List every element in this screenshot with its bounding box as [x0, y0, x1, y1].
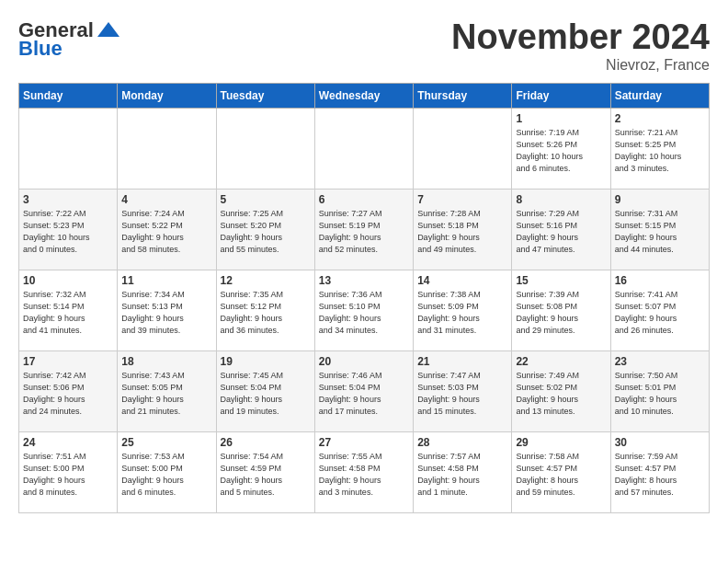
day-number: 3: [23, 193, 113, 206]
day-cell: 30Sunrise: 7:59 AM Sunset: 4:57 PM Dayli…: [610, 431, 709, 512]
day-number: 8: [516, 193, 606, 206]
day-number: 7: [417, 193, 507, 206]
day-number: 30: [615, 436, 705, 449]
day-info: Sunrise: 7:35 AM Sunset: 5:12 PM Dayligh…: [221, 289, 311, 337]
day-number: 17: [23, 355, 113, 368]
day-cell: 3Sunrise: 7:22 AM Sunset: 5:23 PM Daylig…: [19, 189, 118, 270]
day-number: 9: [615, 193, 705, 206]
day-cell: 1Sunrise: 7:19 AM Sunset: 5:26 PM Daylig…: [512, 108, 610, 189]
week-row-3: 10Sunrise: 7:32 AM Sunset: 5:14 PM Dayli…: [19, 270, 710, 350]
day-number: 24: [23, 436, 113, 449]
day-cell: 15Sunrise: 7:39 AM Sunset: 5:08 PM Dayli…: [512, 270, 610, 350]
day-info: Sunrise: 7:22 AM Sunset: 5:23 PM Dayligh…: [23, 208, 113, 256]
day-info: Sunrise: 7:38 AM Sunset: 5:09 PM Dayligh…: [417, 289, 507, 337]
day-info: Sunrise: 7:51 AM Sunset: 5:00 PM Dayligh…: [23, 451, 113, 499]
day-header-wednesday: Wednesday: [314, 83, 413, 108]
logo-blue: Blue: [18, 37, 63, 61]
day-number: 29: [516, 436, 606, 449]
day-cell: 5Sunrise: 7:25 AM Sunset: 5:20 PM Daylig…: [216, 189, 314, 270]
day-info: Sunrise: 7:57 AM Sunset: 4:58 PM Dayligh…: [417, 451, 507, 499]
day-cell: 4Sunrise: 7:24 AM Sunset: 5:22 PM Daylig…: [118, 189, 216, 270]
day-number: 23: [615, 355, 705, 368]
logo: General Blue: [18, 18, 121, 61]
day-info: Sunrise: 7:25 AM Sunset: 5:20 PM Dayligh…: [221, 208, 311, 256]
day-number: 28: [417, 436, 507, 449]
day-header-sunday: Sunday: [19, 83, 118, 108]
day-cell: [216, 108, 314, 189]
day-info: Sunrise: 7:49 AM Sunset: 5:02 PM Dayligh…: [516, 370, 606, 418]
day-number: 14: [417, 274, 507, 287]
day-number: 1: [516, 112, 606, 125]
calendar-table: SundayMondayTuesdayWednesdayThursdayFrid…: [18, 83, 710, 513]
day-info: Sunrise: 7:55 AM Sunset: 4:58 PM Dayligh…: [319, 451, 409, 499]
day-number: 13: [319, 274, 409, 287]
day-cell: 10Sunrise: 7:32 AM Sunset: 5:14 PM Dayli…: [19, 270, 118, 350]
day-info: Sunrise: 7:32 AM Sunset: 5:14 PM Dayligh…: [23, 289, 113, 337]
day-cell: 18Sunrise: 7:43 AM Sunset: 5:05 PM Dayli…: [118, 350, 216, 431]
day-number: 26: [221, 436, 311, 449]
day-number: 15: [516, 274, 606, 287]
day-header-thursday: Thursday: [414, 83, 512, 108]
day-number: 12: [221, 274, 311, 287]
day-cell: 20Sunrise: 7:46 AM Sunset: 5:04 PM Dayli…: [314, 350, 413, 431]
day-cell: 27Sunrise: 7:55 AM Sunset: 4:58 PM Dayli…: [314, 431, 413, 512]
day-cell: [314, 108, 413, 189]
day-number: 16: [615, 274, 705, 287]
day-cell: 6Sunrise: 7:27 AM Sunset: 5:19 PM Daylig…: [314, 189, 413, 270]
day-cell: 28Sunrise: 7:57 AM Sunset: 4:58 PM Dayli…: [414, 431, 512, 512]
day-cell: [118, 108, 216, 189]
day-header-saturday: Saturday: [610, 83, 709, 108]
day-number: 21: [417, 355, 507, 368]
day-cell: [19, 108, 118, 189]
day-info: Sunrise: 7:29 AM Sunset: 5:16 PM Dayligh…: [516, 208, 606, 256]
day-info: Sunrise: 7:45 AM Sunset: 5:04 PM Dayligh…: [221, 370, 311, 418]
day-info: Sunrise: 7:42 AM Sunset: 5:06 PM Dayligh…: [23, 370, 113, 418]
month-title: November 2024: [451, 18, 710, 57]
day-info: Sunrise: 7:50 AM Sunset: 5:01 PM Dayligh…: [615, 370, 705, 418]
day-cell: 2Sunrise: 7:21 AM Sunset: 5:25 PM Daylig…: [610, 108, 709, 189]
page-header: General Blue November 2024 Nievroz, Fran…: [18, 18, 710, 74]
logo-icon: [96, 20, 121, 40]
day-info: Sunrise: 7:58 AM Sunset: 4:57 PM Dayligh…: [516, 451, 606, 499]
day-info: Sunrise: 7:19 AM Sunset: 5:26 PM Dayligh…: [516, 127, 606, 175]
day-cell: 29Sunrise: 7:58 AM Sunset: 4:57 PM Dayli…: [512, 431, 610, 512]
day-cell: 9Sunrise: 7:31 AM Sunset: 5:15 PM Daylig…: [610, 189, 709, 270]
day-cell: 11Sunrise: 7:34 AM Sunset: 5:13 PM Dayli…: [118, 270, 216, 350]
day-cell: 14Sunrise: 7:38 AM Sunset: 5:09 PM Dayli…: [414, 270, 512, 350]
day-info: Sunrise: 7:46 AM Sunset: 5:04 PM Dayligh…: [319, 370, 409, 418]
week-row-4: 17Sunrise: 7:42 AM Sunset: 5:06 PM Dayli…: [19, 350, 710, 431]
day-cell: 8Sunrise: 7:29 AM Sunset: 5:16 PM Daylig…: [512, 189, 610, 270]
day-info: Sunrise: 7:41 AM Sunset: 5:07 PM Dayligh…: [615, 289, 705, 337]
day-number: 25: [121, 436, 211, 449]
day-number: 2: [615, 112, 705, 125]
day-header-monday: Monday: [118, 83, 216, 108]
day-number: 19: [221, 355, 311, 368]
day-cell: 7Sunrise: 7:28 AM Sunset: 5:18 PM Daylig…: [414, 189, 512, 270]
day-info: Sunrise: 7:53 AM Sunset: 5:00 PM Dayligh…: [121, 451, 211, 499]
day-cell: 21Sunrise: 7:47 AM Sunset: 5:03 PM Dayli…: [414, 350, 512, 431]
day-info: Sunrise: 7:24 AM Sunset: 5:22 PM Dayligh…: [121, 208, 211, 256]
day-cell: 22Sunrise: 7:49 AM Sunset: 5:02 PM Dayli…: [512, 350, 610, 431]
day-info: Sunrise: 7:54 AM Sunset: 4:59 PM Dayligh…: [221, 451, 311, 499]
day-cell: 13Sunrise: 7:36 AM Sunset: 5:10 PM Dayli…: [314, 270, 413, 350]
day-cell: 17Sunrise: 7:42 AM Sunset: 5:06 PM Dayli…: [19, 350, 118, 431]
day-cell: [414, 108, 512, 189]
title-section: November 2024 Nievroz, France: [451, 18, 710, 74]
svg-marker-0: [97, 22, 119, 37]
day-number: 6: [319, 193, 409, 206]
day-number: 5: [221, 193, 311, 206]
day-info: Sunrise: 7:59 AM Sunset: 4:57 PM Dayligh…: [615, 451, 705, 499]
day-info: Sunrise: 7:21 AM Sunset: 5:25 PM Dayligh…: [615, 127, 705, 175]
day-cell: 23Sunrise: 7:50 AM Sunset: 5:01 PM Dayli…: [610, 350, 709, 431]
day-cell: 16Sunrise: 7:41 AM Sunset: 5:07 PM Dayli…: [610, 270, 709, 350]
day-number: 22: [516, 355, 606, 368]
location: Nievroz, France: [451, 57, 710, 74]
day-info: Sunrise: 7:43 AM Sunset: 5:05 PM Dayligh…: [121, 370, 211, 418]
day-cell: 25Sunrise: 7:53 AM Sunset: 5:00 PM Dayli…: [118, 431, 216, 512]
day-info: Sunrise: 7:27 AM Sunset: 5:19 PM Dayligh…: [319, 208, 409, 256]
week-row-1: 1Sunrise: 7:19 AM Sunset: 5:26 PM Daylig…: [19, 108, 710, 189]
week-row-2: 3Sunrise: 7:22 AM Sunset: 5:23 PM Daylig…: [19, 189, 710, 270]
day-header-friday: Friday: [512, 83, 610, 108]
day-info: Sunrise: 7:39 AM Sunset: 5:08 PM Dayligh…: [516, 289, 606, 337]
day-info: Sunrise: 7:34 AM Sunset: 5:13 PM Dayligh…: [121, 289, 211, 337]
